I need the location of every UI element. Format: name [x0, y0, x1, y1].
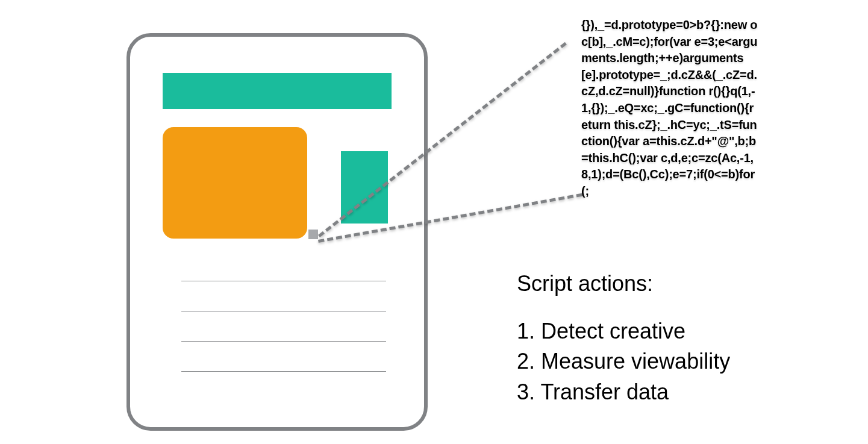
text-line	[181, 341, 386, 342]
text-line	[181, 311, 386, 311]
list-item: 2. Measure viewability	[517, 346, 730, 377]
tracking-pixel	[308, 230, 318, 239]
script-actions-heading: Script actions:	[517, 271, 653, 296]
script-actions-list: 1. Detect creative 2. Measure viewabilit…	[517, 316, 730, 407]
text-line	[181, 371, 386, 372]
creative-ad-block	[163, 127, 307, 239]
list-item: 3. Transfer data	[517, 377, 730, 407]
script-code-snippet: {}),_=d.prototype=0>b?{}:new oc[b],_.cM=…	[581, 17, 759, 200]
header-banner	[163, 73, 392, 109]
phone-frame	[126, 33, 428, 431]
list-item: 1. Detect creative	[517, 316, 730, 346]
text-line	[181, 281, 386, 281]
